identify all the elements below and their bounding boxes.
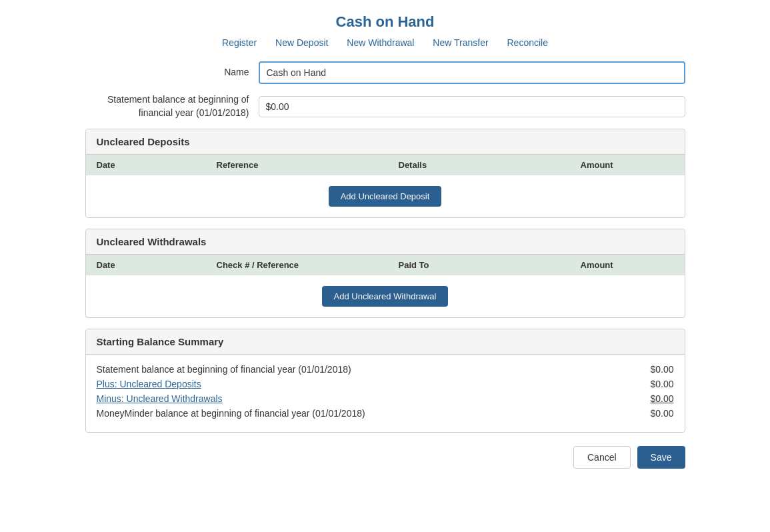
nav-register[interactable]: Register xyxy=(222,37,257,48)
deposits-col-reference: Reference xyxy=(217,160,399,170)
cancel-button[interactable]: Cancel xyxy=(573,446,631,469)
summary-label-0: Statement balance at beginning of financ… xyxy=(97,364,351,375)
summary-label-2[interactable]: Minus: Uncleared Withdrawals xyxy=(97,393,223,404)
nav-new-deposit[interactable]: New Deposit xyxy=(275,37,328,48)
summary-title: Starting Balance Summary xyxy=(86,329,685,355)
summary-row-2: Minus: Uncleared Withdrawals $0.00 xyxy=(97,393,674,404)
nav-new-withdrawal[interactable]: New Withdrawal xyxy=(347,37,414,48)
add-uncleared-withdrawal-button[interactable]: Add Uncleared Withdrawal xyxy=(322,286,449,307)
withdrawals-col-paidto: Paid To xyxy=(399,260,581,270)
withdrawals-col-amount: Amount xyxy=(581,260,674,270)
summary-panel: Starting Balance Summary Statement balan… xyxy=(85,329,685,433)
uncleared-withdrawals-title: Uncleared Withdrawals xyxy=(86,229,685,255)
save-button[interactable]: Save xyxy=(637,446,685,469)
deposits-table-body: Add Uncleared Deposit xyxy=(86,175,685,217)
uncleared-withdrawals-panel: Uncleared Withdrawals Date Check # / Ref… xyxy=(85,229,685,318)
summary-amount-3: $0.00 xyxy=(650,408,673,419)
summary-row-0: Statement balance at beginning of financ… xyxy=(97,364,674,375)
nav-bar: Register New Deposit New Withdrawal New … xyxy=(13,37,757,48)
deposits-col-date: Date xyxy=(97,160,217,170)
uncleared-deposits-panel: Uncleared Deposits Date Reference Detail… xyxy=(85,129,685,218)
page-title: Cash on Hand xyxy=(13,13,757,31)
balance-row: Statement balance at beginning of financ… xyxy=(85,93,685,119)
withdrawals-col-reference: Check # / Reference xyxy=(217,260,399,270)
deposits-col-details: Details xyxy=(399,160,581,170)
summary-amount-1: $0.00 xyxy=(650,379,673,389)
summary-label-1[interactable]: Plus: Uncleared Deposits xyxy=(97,379,201,389)
balance-input[interactable] xyxy=(259,96,685,117)
withdrawals-col-date: Date xyxy=(97,260,217,270)
summary-body: Statement balance at beginning of financ… xyxy=(86,355,685,432)
footer-buttons: Cancel Save xyxy=(85,446,685,469)
summary-amount-2: $0.00 xyxy=(650,393,673,404)
balance-label: Statement balance at beginning of financ… xyxy=(85,93,259,119)
deposits-col-amount: Amount xyxy=(581,160,674,170)
nav-reconcile[interactable]: Reconcile xyxy=(507,37,547,48)
nav-new-transfer[interactable]: New Transfer xyxy=(433,37,488,48)
deposits-table-header: Date Reference Details Amount xyxy=(86,155,685,175)
summary-amount-0: $0.00 xyxy=(650,364,673,375)
summary-label-3: MoneyMinder balance at beginning of fina… xyxy=(97,408,365,419)
main-form: Name Statement balance at beginning of f… xyxy=(85,61,685,469)
name-label: Name xyxy=(85,66,259,79)
withdrawals-table-body: Add Uncleared Withdrawal xyxy=(86,275,685,317)
summary-row-3: MoneyMinder balance at beginning of fina… xyxy=(97,408,674,419)
name-input[interactable] xyxy=(259,61,685,84)
add-uncleared-deposit-button[interactable]: Add Uncleared Deposit xyxy=(329,186,442,207)
summary-row-1: Plus: Uncleared Deposits $0.00 xyxy=(97,379,674,389)
name-row: Name xyxy=(85,61,685,84)
withdrawals-table-header: Date Check # / Reference Paid To Amount xyxy=(86,255,685,275)
uncleared-deposits-title: Uncleared Deposits xyxy=(86,129,685,155)
